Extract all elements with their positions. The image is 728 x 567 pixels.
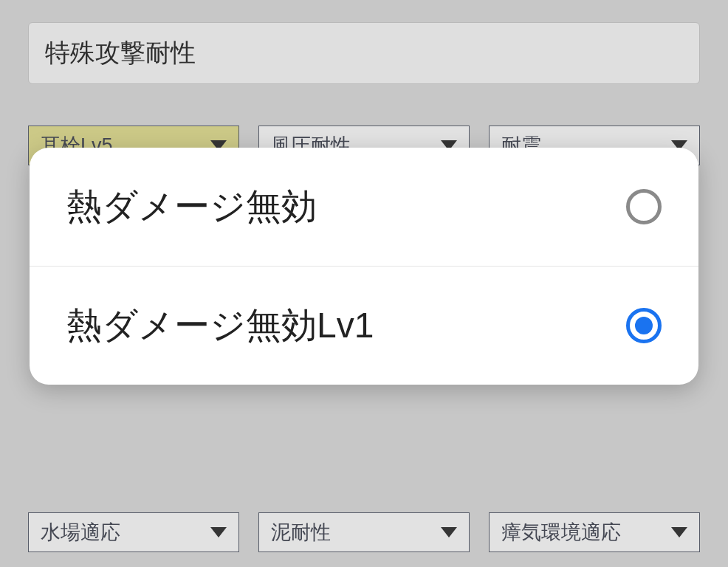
option-label: 熱ダメージ無効	[66, 183, 317, 230]
option-label: 熱ダメージ無効Lv1	[66, 302, 374, 349]
selection-modal: 熱ダメージ無効 熱ダメージ無効Lv1	[30, 148, 698, 385]
radio-unselected-icon	[626, 189, 662, 224]
option-heat-lv1[interactable]: 熱ダメージ無効Lv1	[30, 266, 698, 385]
radio-selected-icon	[626, 308, 662, 343]
option-heat-none[interactable]: 熱ダメージ無効	[30, 148, 698, 266]
